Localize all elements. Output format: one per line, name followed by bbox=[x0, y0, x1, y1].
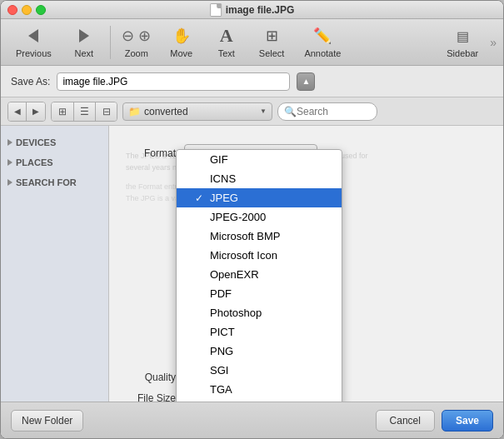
save-button[interactable]: Save bbox=[442, 410, 493, 432]
minimize-button[interactable] bbox=[22, 5, 32, 15]
format-option-tiff[interactable]: TIFF bbox=[177, 399, 342, 402]
previous-button[interactable]: Previous bbox=[7, 22, 60, 62]
titlebar: image file.JPG bbox=[1, 1, 503, 19]
format-option-tga[interactable]: TGA bbox=[177, 380, 342, 399]
format-sgi-label: SGI bbox=[210, 364, 228, 377]
format-option-jpeg[interactable]: ✓ JPEG bbox=[177, 188, 342, 207]
dropdown-arrow-icon: ▼ bbox=[260, 107, 267, 115]
sidebar-icon: ▤ bbox=[451, 26, 474, 46]
expand-button[interactable]: ▲ bbox=[297, 72, 315, 91]
select-label: Select bbox=[259, 48, 285, 58]
filesize-label: File Size bbox=[126, 392, 176, 402]
nav-forward-button[interactable]: ▶ bbox=[27, 102, 45, 121]
format-option-sgi[interactable]: SGI bbox=[177, 361, 342, 380]
format-ms-icon-label: Microsoft Icon bbox=[210, 249, 277, 262]
nav-arrows: ◀ ▶ bbox=[7, 102, 46, 122]
format-option-jpeg2000[interactable]: JPEG-2000 bbox=[177, 207, 342, 227]
sidebar-places-header[interactable]: PLACES bbox=[1, 156, 108, 169]
move-button[interactable]: ✋ Move bbox=[161, 22, 202, 62]
text-label: Text bbox=[218, 48, 235, 58]
window-title: image file.JPG bbox=[226, 4, 295, 16]
sidebar-places-label: PLACES bbox=[16, 157, 53, 167]
main-content: DEVICES PLACES SEARCH FOR The JPEG a var bbox=[1, 126, 503, 402]
close-button[interactable] bbox=[7, 5, 17, 15]
window: image file.JPG Previous Next ⊖ ⊕ Zoom ✋ bbox=[0, 0, 504, 439]
sidebar-button[interactable]: ▤ Sidebar bbox=[438, 22, 487, 62]
folder-icon: 📁 bbox=[128, 106, 141, 117]
move-label: Move bbox=[170, 48, 192, 58]
format-jpeg-label: JPEG bbox=[210, 192, 238, 204]
format-tga-label: TGA bbox=[210, 383, 232, 396]
save-label: Save bbox=[456, 415, 479, 427]
previous-icon bbox=[22, 26, 45, 46]
list-view-button[interactable]: ☰ bbox=[73, 102, 95, 121]
file-icon bbox=[210, 3, 222, 17]
search-wrapper: 🔍 bbox=[277, 102, 377, 121]
sidebar-triangle-search bbox=[7, 179, 12, 186]
annotate-button[interactable]: ✏️ Annotate bbox=[296, 22, 349, 62]
format-option-ms-bmp[interactable]: Microsoft BMP bbox=[177, 227, 342, 246]
icon-view-button[interactable]: ⊞ bbox=[52, 102, 73, 121]
zoom-button[interactable]: ⊖ ⊕ Zoom bbox=[116, 22, 157, 62]
sidebar-devices-label: DEVICES bbox=[16, 137, 56, 147]
titlebar-title: image file.JPG bbox=[210, 3, 295, 17]
format-png-label: PNG bbox=[210, 345, 233, 357]
toolbar-separator-1 bbox=[110, 26, 111, 59]
previous-label: Previous bbox=[16, 48, 52, 58]
move-icon: ✋ bbox=[170, 26, 193, 46]
sidebar: DEVICES PLACES SEARCH FOR bbox=[1, 126, 109, 402]
sidebar-section-devices: DEVICES bbox=[1, 132, 108, 152]
annotate-icon: ✏️ bbox=[311, 26, 334, 46]
nav-back-button[interactable]: ◀ bbox=[8, 102, 27, 121]
format-pdf-label: PDF bbox=[210, 287, 232, 300]
sidebar-section-search: SEARCH FOR bbox=[1, 172, 108, 192]
folder-name: converted bbox=[144, 106, 257, 117]
format-option-gif[interactable]: GIF bbox=[177, 150, 342, 169]
view-buttons: ⊞ ☰ ⊟ bbox=[51, 102, 117, 122]
maximize-button[interactable] bbox=[36, 5, 46, 15]
format-pict-label: PICT bbox=[210, 326, 235, 338]
save-as-bar: Save As: ▲ bbox=[1, 66, 503, 97]
column-view-button[interactable]: ⊟ bbox=[95, 102, 117, 121]
sidebar-triangle-devices bbox=[7, 139, 12, 146]
toolbar: Previous Next ⊖ ⊕ Zoom ✋ Move A Text bbox=[1, 19, 503, 66]
next-icon bbox=[72, 26, 96, 46]
next-button[interactable]: Next bbox=[63, 22, 105, 62]
text-button[interactable]: A Text bbox=[206, 22, 247, 62]
sidebar-search-header[interactable]: SEARCH FOR bbox=[1, 176, 108, 189]
format-photoshop-label: Photoshop bbox=[210, 307, 262, 319]
file-area: The JPEG a variant of the JPG and TIFF f… bbox=[109, 126, 503, 402]
new-folder-label: New Folder bbox=[22, 415, 72, 427]
format-label: Format bbox=[126, 147, 176, 159]
sidebar-devices-header[interactable]: DEVICES bbox=[1, 136, 108, 149]
new-folder-button[interactable]: New Folder bbox=[11, 410, 83, 432]
format-option-pdf[interactable]: PDF bbox=[177, 284, 342, 303]
format-option-pict[interactable]: PICT bbox=[177, 322, 342, 342]
cancel-label: Cancel bbox=[390, 415, 421, 427]
jpeg-checkmark: ✓ bbox=[193, 192, 205, 204]
overflow-icon: » bbox=[490, 36, 497, 49]
save-as-input[interactable] bbox=[57, 72, 290, 91]
annotate-label: Annotate bbox=[304, 48, 341, 58]
format-option-icns[interactable]: ICNS bbox=[177, 169, 342, 188]
select-button[interactable]: ⊞ Select bbox=[251, 22, 293, 62]
format-gif-label: GIF bbox=[210, 153, 228, 166]
format-selector-area: Format JPEG ▼ GIF ICNS bbox=[109, 126, 503, 402]
search-input[interactable] bbox=[277, 102, 377, 121]
folder-dropdown[interactable]: 📁 converted ▼ bbox=[122, 102, 272, 121]
format-openexr-label: OpenEXR bbox=[210, 268, 259, 281]
sidebar-label: Sidebar bbox=[447, 48, 478, 58]
bottom-bar: New Folder Cancel Save bbox=[1, 402, 503, 438]
quality-label: Quality bbox=[126, 372, 176, 383]
sidebar-search-label: SEARCH FOR bbox=[16, 177, 77, 187]
format-option-png[interactable]: PNG bbox=[177, 342, 342, 361]
format-jpeg2000-label: JPEG-2000 bbox=[210, 211, 266, 223]
sidebar-triangle-places bbox=[7, 159, 12, 166]
format-option-openexr[interactable]: OpenEXR bbox=[177, 265, 342, 284]
sidebar-section-places: PLACES bbox=[1, 152, 108, 172]
cancel-button[interactable]: Cancel bbox=[376, 410, 435, 432]
next-label: Next bbox=[74, 48, 93, 58]
format-option-photoshop[interactable]: Photoshop bbox=[177, 303, 342, 322]
format-dropdown-menu: GIF ICNS ✓ JPEG JPEG-2000 bbox=[176, 149, 342, 402]
format-option-ms-icon[interactable]: Microsoft Icon bbox=[177, 246, 342, 265]
